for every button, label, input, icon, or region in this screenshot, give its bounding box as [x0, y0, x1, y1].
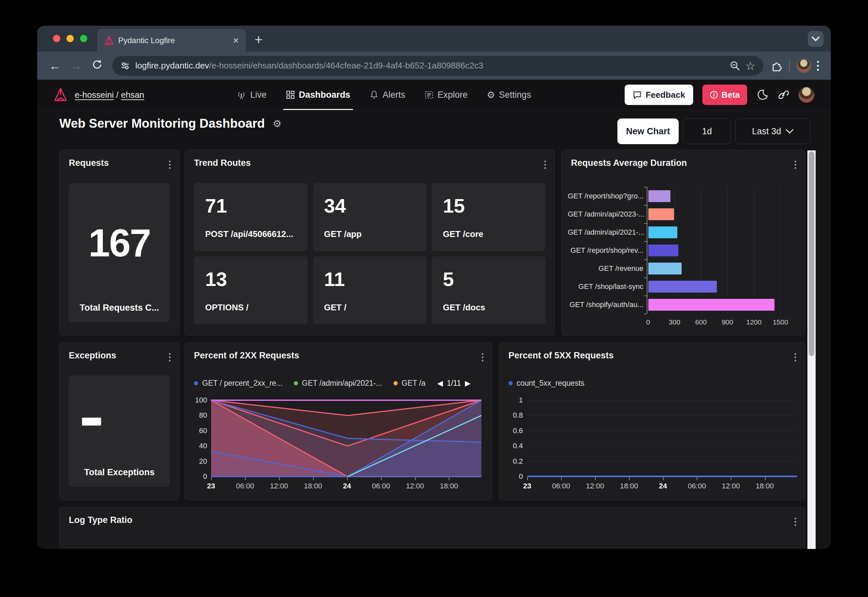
browser-profile-avatar[interactable]	[797, 59, 811, 73]
tab-close-icon[interactable]: ×	[233, 36, 239, 45]
link-icon	[777, 89, 789, 101]
x-tick-label: 18:00	[620, 482, 638, 490]
y-tick-label: 0.2	[501, 457, 523, 466]
reload-button[interactable]	[88, 59, 106, 73]
legend-item[interactable]: GET /a	[393, 379, 426, 388]
feedback-label: Feedback	[646, 90, 685, 100]
panel-menu-button[interactable]	[542, 159, 548, 171]
org-link[interactable]: e-hosseini	[75, 90, 114, 100]
nav-item-alerts[interactable]: Alerts	[363, 80, 412, 110]
trend-route-label: GET /core	[443, 229, 534, 239]
legend-marker-icon	[294, 381, 298, 385]
trend-route-tile: 34GET /app	[313, 183, 426, 251]
tab-search-button[interactable]	[808, 31, 823, 47]
x-tick-label: 06:00	[552, 482, 570, 490]
browser-tab[interactable]: Pydantic Logfire ×	[97, 29, 246, 52]
forward-button[interactable]: →	[67, 59, 85, 73]
beta-badge[interactable]: Beta	[702, 85, 747, 105]
address-bar[interactable]: logfire.pydantic.dev/e-hosseini/ehsan/da…	[112, 56, 763, 76]
requests-stat-tile: 167 Total Requests C...	[69, 183, 170, 322]
legend-next-icon[interactable]: ▶	[465, 379, 470, 388]
legend-item[interactable]: count_5xx_requests	[508, 379, 585, 388]
panel-trend-routes: Trend Routes 71POST /api/45066612...34GE…	[185, 150, 555, 336]
duration-category-label: GET /admin/api/2023-...	[568, 210, 643, 218]
moon-icon	[756, 89, 768, 101]
x-tick-label: 12:00	[586, 482, 604, 490]
legend-label: GET / percent_2xx_re...	[202, 379, 283, 388]
x-tick-label: 23	[207, 482, 215, 490]
logfire-logo[interactable]	[54, 88, 67, 102]
y-axis-tick	[644, 223, 647, 224]
browser-window: Pydantic Logfire × + ← →	[37, 26, 831, 549]
x-axis-tick	[663, 477, 664, 480]
dark-mode-toggle[interactable]	[756, 89, 768, 101]
zoom-out-icon[interactable]	[730, 61, 740, 71]
page-scrollbar-thumb[interactable]	[809, 151, 814, 356]
live-icon	[237, 90, 246, 100]
duration-category-label: GET /admin/api/2021-...	[568, 228, 643, 237]
trend-route-label: GET /docs	[443, 303, 534, 313]
nav-item-live[interactable]: Live	[230, 80, 273, 110]
page-content: e-hosseini / ehsan Live	[37, 80, 831, 549]
beta-label: Beta	[722, 90, 740, 100]
dashboard-settings-icon[interactable]: ⚙	[272, 118, 281, 129]
nav-item-explore[interactable]: Explore	[418, 80, 475, 110]
panel-title: Exceptions	[69, 350, 116, 361]
duration-category-label: GET /shopify/auth/au...	[568, 300, 643, 309]
panel-title: Trend Routes	[194, 158, 251, 168]
panel-requests: Requests 167 Total Requests C...	[59, 150, 179, 336]
url-text: logfire.pydantic.dev/e-hosseini/ehsan/da…	[135, 61, 724, 71]
fullscreen-window-button[interactable]	[80, 35, 87, 42]
legend-label: count_5xx_requests	[517, 379, 585, 388]
page-scrollbar-track[interactable]	[807, 150, 816, 549]
y-axis-tick	[644, 187, 647, 187]
chart-gridline	[527, 431, 797, 431]
browser-menu-button[interactable]	[814, 61, 822, 71]
chart-gridline	[701, 187, 701, 313]
share-link-button[interactable]	[777, 89, 789, 101]
new-tab-button[interactable]: +	[255, 32, 263, 48]
bookmark-star-icon[interactable]: ☆	[746, 59, 755, 73]
5xx-zero-line	[527, 475, 797, 477]
panel-menu-button[interactable]	[793, 351, 798, 363]
x-axis-tick	[595, 477, 596, 480]
trend-route-tile: 5GET /docs	[432, 256, 545, 325]
panel-menu-button[interactable]	[480, 351, 485, 363]
trend-route-label: POST /api/45066612...	[205, 229, 296, 239]
panel-menu-button[interactable]	[793, 516, 798, 528]
total-exceptions-caption: Total Exceptions	[84, 467, 155, 478]
legend-label: GET /a	[402, 379, 426, 388]
user-avatar[interactable]	[798, 87, 814, 103]
extensions-icon[interactable]	[771, 60, 782, 72]
reload-icon	[92, 59, 103, 70]
back-button[interactable]: ←	[46, 59, 64, 73]
close-window-button[interactable]	[53, 35, 60, 42]
time-range-dropdown[interactable]: Last 3d	[735, 119, 810, 144]
minimize-window-button[interactable]	[67, 35, 74, 42]
nav-item-dashboards[interactable]: Dashboards	[279, 80, 357, 110]
x-axis-tick	[347, 477, 348, 480]
range-1d-button[interactable]: 1d	[683, 119, 731, 144]
tab-title: Pydantic Logfire	[118, 36, 228, 45]
breadcrumb-divider: /	[116, 90, 119, 100]
legend-item[interactable]: GET /admin/api/2021-...	[294, 379, 382, 388]
panel-menu-button[interactable]	[167, 351, 173, 363]
new-chart-button[interactable]: New Chart	[618, 119, 679, 144]
panel-menu-button[interactable]	[793, 159, 798, 171]
screenshot-stage: Pydantic Logfire × + ← →	[0, 0, 868, 597]
y-axis-tick	[644, 278, 647, 278]
nav-item-settings[interactable]: ⚙ Settings	[480, 80, 538, 110]
x-tick-label: 18:00	[440, 482, 458, 490]
trend-route-value: 13	[205, 268, 296, 291]
chevron-down-icon	[811, 36, 820, 42]
x-tick-label: 12:00	[270, 482, 288, 490]
legend-prev-icon[interactable]: ◀	[437, 379, 443, 388]
legend-pager: ◀1/11▶	[437, 379, 470, 388]
breadcrumb: e-hosseini / ehsan	[75, 90, 144, 100]
feedback-button[interactable]: Feedback	[625, 85, 693, 105]
x-tick-label: 900	[722, 318, 733, 326]
panel-menu-button[interactable]	[167, 159, 173, 171]
x-axis-tick	[731, 477, 731, 480]
legend-item[interactable]: GET / percent_2xx_re...	[194, 379, 283, 388]
project-link[interactable]: ehsan	[121, 90, 144, 100]
